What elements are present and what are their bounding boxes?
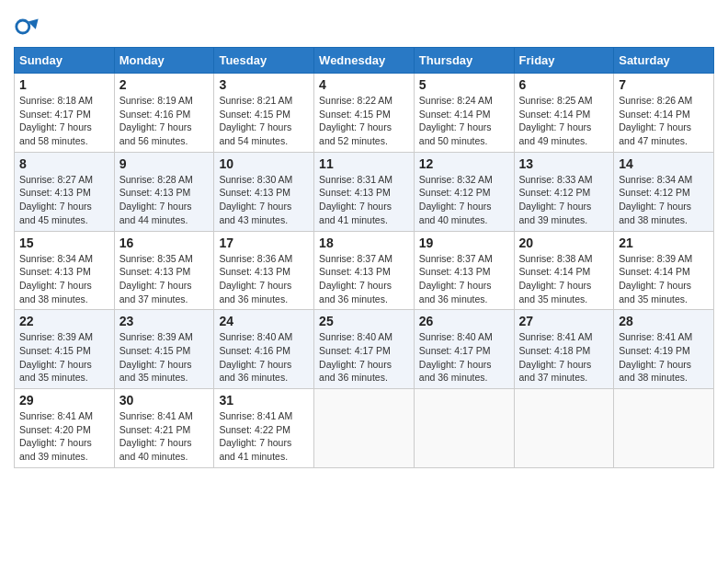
calendar-cell: 26Sunrise: 8:40 AMSunset: 4:17 PMDayligh… [414, 310, 514, 389]
day-number: 11 [319, 156, 409, 171]
cell-details: Sunrise: 8:19 AMSunset: 4:16 PMDaylight:… [119, 94, 210, 148]
cell-details: Sunrise: 8:22 AMSunset: 4:15 PMDaylight:… [319, 94, 409, 148]
cell-details: Sunrise: 8:32 AMSunset: 4:12 PMDaylight:… [419, 173, 509, 227]
week-row-5: 29Sunrise: 8:41 AMSunset: 4:20 PMDayligh… [15, 389, 714, 468]
calendar-cell: 30Sunrise: 8:41 AMSunset: 4:21 PMDayligh… [114, 389, 214, 468]
calendar-cell: 22Sunrise: 8:39 AMSunset: 4:15 PMDayligh… [15, 310, 115, 389]
calendar-cell: 27Sunrise: 8:41 AMSunset: 4:18 PMDayligh… [514, 310, 614, 389]
calendar-cell: 12Sunrise: 8:32 AMSunset: 4:12 PMDayligh… [414, 152, 514, 231]
day-number: 8 [19, 156, 109, 171]
cell-details: Sunrise: 8:27 AMSunset: 4:13 PMDaylight:… [19, 173, 109, 227]
day-number: 14 [619, 156, 709, 171]
cell-details: Sunrise: 8:24 AMSunset: 4:14 PMDaylight:… [419, 94, 509, 148]
day-number: 2 [119, 77, 210, 92]
cell-details: Sunrise: 8:31 AMSunset: 4:13 PMDaylight:… [319, 173, 409, 227]
cell-details: Sunrise: 8:40 AMSunset: 4:17 PMDaylight:… [419, 330, 509, 385]
calendar-cell: 29Sunrise: 8:41 AMSunset: 4:20 PMDayligh… [15, 389, 115, 468]
day-number: 21 [619, 236, 709, 250]
cell-details: Sunrise: 8:30 AMSunset: 4:13 PMDaylight:… [219, 173, 309, 227]
calendar-cell: 28Sunrise: 8:41 AMSunset: 4:19 PMDayligh… [614, 310, 714, 389]
calendar-cell: 1Sunrise: 8:18 AMSunset: 4:17 PMDaylight… [15, 74, 115, 153]
calendar-cell: 4Sunrise: 8:22 AMSunset: 4:15 PMDaylight… [314, 74, 415, 153]
day-number: 19 [419, 236, 509, 250]
cell-details: Sunrise: 8:26 AMSunset: 4:14 PMDaylight:… [619, 94, 709, 148]
calendar-cell [314, 389, 415, 468]
calendar-cell: 20Sunrise: 8:38 AMSunset: 4:14 PMDayligh… [514, 231, 614, 310]
calendar-cell: 25Sunrise: 8:40 AMSunset: 4:17 PMDayligh… [314, 310, 415, 389]
calendar-cell: 6Sunrise: 8:25 AMSunset: 4:14 PMDaylight… [514, 74, 614, 153]
calendar-cell: 18Sunrise: 8:37 AMSunset: 4:13 PMDayligh… [314, 231, 415, 310]
day-number: 15 [19, 236, 109, 250]
calendar-cell: 24Sunrise: 8:40 AMSunset: 4:16 PMDayligh… [214, 310, 314, 389]
cell-details: Sunrise: 8:41 AMSunset: 4:20 PMDaylight:… [19, 409, 109, 464]
day-number: 31 [219, 393, 309, 408]
cell-details: Sunrise: 8:34 AMSunset: 4:13 PMDaylight:… [19, 252, 109, 306]
day-number: 18 [319, 236, 409, 250]
calendar-cell [414, 389, 514, 468]
calendar-cell: 14Sunrise: 8:34 AMSunset: 4:12 PMDayligh… [614, 152, 714, 231]
day-header-saturday: Saturday [614, 48, 714, 74]
cell-details: Sunrise: 8:41 AMSunset: 4:19 PMDaylight:… [619, 330, 709, 385]
calendar-cell: 10Sunrise: 8:30 AMSunset: 4:13 PMDayligh… [214, 152, 314, 231]
day-header-thursday: Thursday [414, 48, 514, 74]
logo [14, 14, 43, 40]
calendar-cell: 8Sunrise: 8:27 AMSunset: 4:13 PMDaylight… [15, 152, 115, 231]
cell-details: Sunrise: 8:33 AMSunset: 4:12 PMDaylight:… [519, 173, 609, 227]
day-number: 12 [419, 156, 509, 171]
day-number: 7 [619, 77, 709, 92]
calendar-cell: 17Sunrise: 8:36 AMSunset: 4:13 PMDayligh… [214, 231, 314, 310]
day-number: 23 [119, 314, 210, 328]
cell-details: Sunrise: 8:39 AMSunset: 4:15 PMDaylight:… [19, 330, 109, 385]
day-number: 25 [319, 314, 409, 328]
logo-icon [14, 14, 40, 40]
day-header-wednesday: Wednesday [314, 48, 415, 74]
calendar-cell [614, 389, 714, 468]
week-row-2: 8Sunrise: 8:27 AMSunset: 4:13 PMDaylight… [15, 152, 714, 231]
day-number: 30 [119, 393, 210, 408]
cell-details: Sunrise: 8:18 AMSunset: 4:17 PMDaylight:… [19, 94, 109, 148]
svg-point-0 [17, 20, 29, 33]
calendar-cell: 31Sunrise: 8:41 AMSunset: 4:22 PMDayligh… [214, 389, 314, 468]
cell-details: Sunrise: 8:40 AMSunset: 4:16 PMDaylight:… [219, 330, 309, 385]
calendar-cell: 13Sunrise: 8:33 AMSunset: 4:12 PMDayligh… [514, 152, 614, 231]
day-number: 4 [319, 77, 409, 92]
week-row-4: 22Sunrise: 8:39 AMSunset: 4:15 PMDayligh… [15, 310, 714, 389]
cell-details: Sunrise: 8:37 AMSunset: 4:13 PMDaylight:… [419, 252, 509, 306]
day-number: 3 [219, 77, 309, 92]
day-number: 20 [519, 236, 609, 250]
cell-details: Sunrise: 8:41 AMSunset: 4:18 PMDaylight:… [519, 330, 609, 385]
day-header-tuesday: Tuesday [214, 48, 314, 74]
day-number: 13 [519, 156, 609, 171]
week-row-1: 1Sunrise: 8:18 AMSunset: 4:17 PMDaylight… [15, 74, 714, 153]
cell-details: Sunrise: 8:41 AMSunset: 4:21 PMDaylight:… [119, 409, 210, 464]
calendar-cell: 16Sunrise: 8:35 AMSunset: 4:13 PMDayligh… [114, 231, 214, 310]
cell-details: Sunrise: 8:37 AMSunset: 4:13 PMDaylight:… [319, 252, 409, 306]
cell-details: Sunrise: 8:35 AMSunset: 4:13 PMDaylight:… [119, 252, 210, 306]
day-number: 28 [619, 314, 709, 328]
day-header-sunday: Sunday [15, 48, 115, 74]
days-header-row: SundayMondayTuesdayWednesdayThursdayFrid… [15, 48, 714, 74]
day-number: 6 [519, 77, 609, 92]
cell-details: Sunrise: 8:38 AMSunset: 4:14 PMDaylight:… [519, 252, 609, 306]
calendar-cell: 19Sunrise: 8:37 AMSunset: 4:13 PMDayligh… [414, 231, 514, 310]
cell-details: Sunrise: 8:21 AMSunset: 4:15 PMDaylight:… [219, 94, 309, 148]
calendar-cell: 9Sunrise: 8:28 AMSunset: 4:13 PMDaylight… [114, 152, 214, 231]
calendar-cell: 21Sunrise: 8:39 AMSunset: 4:14 PMDayligh… [614, 231, 714, 310]
day-number: 24 [219, 314, 309, 328]
day-number: 5 [419, 77, 509, 92]
day-number: 22 [19, 314, 109, 328]
day-number: 1 [19, 77, 109, 92]
page-header [14, 9, 714, 40]
day-number: 29 [19, 393, 109, 408]
calendar-cell: 23Sunrise: 8:39 AMSunset: 4:15 PMDayligh… [114, 310, 214, 389]
calendar-cell: 3Sunrise: 8:21 AMSunset: 4:15 PMDaylight… [214, 74, 314, 153]
day-number: 27 [519, 314, 609, 328]
day-number: 26 [419, 314, 509, 328]
day-number: 16 [119, 236, 210, 250]
calendar-cell: 5Sunrise: 8:24 AMSunset: 4:14 PMDaylight… [414, 74, 514, 153]
calendar-table: SundayMondayTuesdayWednesdayThursdayFrid… [14, 47, 714, 468]
day-header-monday: Monday [114, 48, 214, 74]
day-number: 10 [219, 156, 309, 171]
cell-details: Sunrise: 8:40 AMSunset: 4:17 PMDaylight:… [319, 330, 409, 385]
calendar-cell: 2Sunrise: 8:19 AMSunset: 4:16 PMDaylight… [114, 74, 214, 153]
